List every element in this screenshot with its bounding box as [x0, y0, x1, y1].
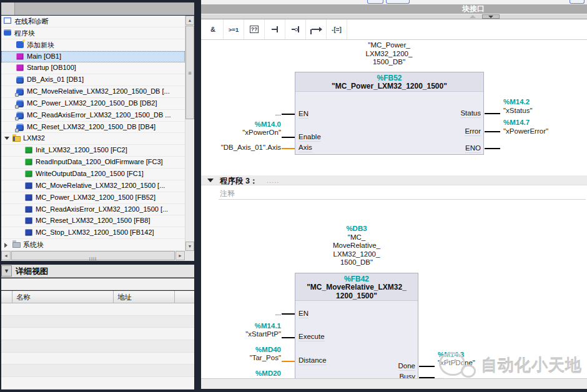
tree-item-db_axis_01-db1-[interactable]: DB_Axis_01 [DB1] — [1, 74, 185, 86]
and-box-button[interactable]: & — [203, 19, 224, 39]
operand[interactable]: %M14.7 — [503, 119, 587, 126]
operand[interactable]: %M14.3 — [438, 351, 538, 358]
block-interface-splitter[interactable] — [201, 14, 587, 19]
favorites-toolbar: &>=1??-[=] — [201, 19, 587, 40]
tree-item-lxm32[interactable]: LXM32 — [1, 133, 185, 145]
operand[interactable]: "Tar_Pos" — [169, 354, 281, 361]
fb-block-icon — [25, 194, 32, 201]
program-blocks-folder-icon — [4, 29, 11, 36]
scroll-down-button[interactable]: ▼ — [185, 242, 194, 251]
partial-toolbar-button[interactable] — [367, 0, 383, 4]
fb-block-icon — [25, 206, 32, 213]
open-branch-button[interactable] — [306, 19, 327, 39]
tree-item-label: MC_Reset_LXM32_1200_1500_DB [DB4] — [27, 123, 155, 130]
operand[interactable]: %M14.0 — [169, 120, 281, 128]
tree-expander-icon[interactable] — [4, 137, 9, 140]
scrollbar-corner — [185, 251, 194, 261]
network-title: 程序段 3： — [220, 176, 257, 187]
detail-view-row[interactable] — [1, 328, 194, 340]
network-3-header[interactable]: 程序段 3： ..... — [201, 175, 587, 185]
db-label-line: "MC_Power_ — [327, 41, 451, 50]
tree-item-label: 系统块 — [23, 240, 44, 250]
project-tree[interactable]: 在线和诊断程序块★添加新块Main [OB1]Startup [OB100]DB… — [1, 16, 185, 251]
splitter-expand-up-icon[interactable] — [470, 15, 476, 18]
operand[interactable]: "DB_Axis_01".Axis — [169, 144, 281, 151]
scroll-up-button[interactable]: ▲ — [185, 16, 194, 25]
pin-wire — [485, 131, 500, 132]
tree-item-label: Startup [OB100] — [27, 64, 76, 71]
tree-item-label: DB_Axis_01 [DB1] — [27, 76, 84, 83]
project-tree-toolbar-strip — [1, 2, 194, 15]
tree-item-init_lxm32_1200_1500-fc2-[interactable]: Init_LXM32_1200_1500 [FC2] — [1, 145, 185, 157]
tree-item--[interactable]: 系统块 — [1, 239, 185, 251]
operand[interactable]: "xStatus" — [503, 107, 587, 114]
detail-view-row[interactable] — [1, 377, 194, 390]
partial-toolbar-button[interactable] — [386, 0, 410, 4]
tree-item-mc_power_lxm32_1200_1500-fb52-[interactable]: MC_Power_LXM32_1200_1500 [FB52] — [1, 192, 185, 204]
detail-view-row[interactable] — [1, 353, 194, 365]
tree-item-mc_moverelative_lxm32_1200_1500-[interactable]: MC_MoveRelative_LXM32_1200_1500 [... — [1, 180, 185, 192]
detail-view-row[interactable] — [1, 316, 194, 328]
network-comment-placeholder[interactable]: 注释 — [220, 189, 235, 199]
tree-item-readinputdata_1200_oldfirmware-fc3-[interactable]: ReadInputData_1200_OldFirmware [FC3] — [1, 157, 185, 169]
ob-block-icon — [16, 53, 24, 60]
pin-done: Done — [340, 362, 415, 370]
negated-contact-button[interactable] — [285, 19, 306, 39]
network-collapse-icon[interactable] — [207, 179, 214, 182]
detail-view-address-column[interactable]: 地址 — [114, 291, 175, 303]
tree-item-mc_moverelative_lxm32_1200_1500_db-[interactable]: MC_MoveRelative_LXM32_1200_1500_DB [... — [1, 86, 185, 98]
detail-view-name-column[interactable]: 名称 — [12, 291, 114, 303]
instance-db-label-fb42[interactable]: %DB3"MC_MoveRelative_LXM32_1200_1500_DB" — [294, 225, 419, 267]
tree-expander-icon[interactable] — [4, 243, 7, 248]
operand[interactable]: %M14.1 — [169, 322, 281, 330]
horizontal-scroll-thumb[interactable]: |||| — [11, 251, 175, 260]
or-box-button[interactable]: >=1 — [224, 19, 244, 39]
operand[interactable]: "xPowerError" — [503, 127, 587, 135]
empty-box-button[interactable]: ?? — [244, 19, 265, 39]
tree-item--[interactable]: 程序块 — [1, 27, 185, 39]
tree-item-mc_reset_lxm32_1200_1500_db-db4-[interactable]: MC_Reset_LXM32_1200_1500_DB [DB4] — [1, 122, 185, 134]
tree-item-mc_power_lxm32_1200_1500_db-db2-[interactable]: MC_Power_LXM32_1200_1500_DB [DB2] — [1, 98, 185, 110]
detail-view-row[interactable] — [1, 365, 194, 377]
tree-item-writeoutputdata_1200_1500-fc1-[interactable]: WriteOutputData_1200_1500 [FC1] — [1, 169, 185, 180]
operand[interactable]: %M14.2 — [503, 98, 587, 105]
operand[interactable]: %MD40 — [169, 346, 281, 353]
tree-item--[interactable]: ★添加新块 — [1, 39, 185, 51]
detail-view-rows[interactable] — [1, 303, 194, 390]
scroll-right-button[interactable]: ► — [175, 251, 185, 260]
db-block-lock-icon — [16, 88, 24, 96]
operand[interactable]: "xStartPtP" — [169, 330, 281, 338]
operand[interactable]: ... — [169, 309, 281, 316]
tree-item-label: MC_Stop_LXM32_1200_1500 [FB142] — [36, 228, 154, 236]
tree-item-mc_readaxiserror_lxm32_1200_1500_db-[interactable]: MC_ReadAxisError_LXM32_1200_1500_DB ... — [1, 110, 185, 122]
instance-db-label-fb52[interactable]: "MC_Power_LXM32_1200_1500_DB" — [327, 41, 451, 67]
tree-item-main-ob1-[interactable]: Main [OB1] — [1, 51, 185, 63]
operand[interactable]: "xPtPDone" — [438, 359, 538, 366]
partial-toolbar-button[interactable] — [570, 0, 585, 4]
pin-wire — [282, 114, 295, 115]
operand[interactable]: ... — [169, 109, 281, 117]
block-interface-pane-header[interactable]: 块接口 — [201, 4, 587, 14]
pin-wire — [282, 137, 295, 138]
detail-view-collapse-button[interactable]: ▼ — [1, 265, 12, 277]
assignment-button[interactable]: -[=] — [327, 19, 347, 39]
operand[interactable]: "xPowerOn" — [169, 129, 281, 136]
vertical-scroll-thumb[interactable]: ≡ — [185, 26, 194, 119]
pin-wire — [282, 313, 295, 315]
detail-view-row[interactable] — [1, 340, 194, 353]
tree-item-mc_readaxiserror_lxm32_1200_1500-[interactable]: MC_ReadAxisError_LXM32_1200_1500 [... — [1, 204, 185, 216]
tree-item-startup-ob100-[interactable]: Startup [OB100] — [1, 62, 185, 74]
fc-block-icon — [25, 159, 32, 165]
pin-wire — [485, 148, 500, 149]
tree-item-mc_reset_lxm32_1200_1500-fb8-[interactable]: MC_Reset_LXM32_1200_1500 [FB8] — [1, 215, 185, 227]
tree-item-mc_stop_lxm32_1200_1500-fb142-[interactable]: MC_Stop_LXM32_1200_1500 [FB142] — [1, 227, 185, 239]
detail-view-title: 详细视图 — [16, 266, 48, 277]
project-tree-horizontal-scrollbar[interactable]: ◄ |||| ► — [1, 251, 194, 261]
operand[interactable]: %MD20 — [169, 370, 281, 377]
splitter-collapse-down-button[interactable] — [482, 14, 500, 19]
detail-view-row[interactable] — [1, 303, 194, 316]
scroll-left-button[interactable]: ◄ — [1, 251, 11, 260]
contact-button[interactable] — [265, 19, 285, 39]
tree-item--[interactable]: 在线和诊断 — [1, 16, 185, 27]
pin-execute: Execute — [298, 333, 325, 340]
